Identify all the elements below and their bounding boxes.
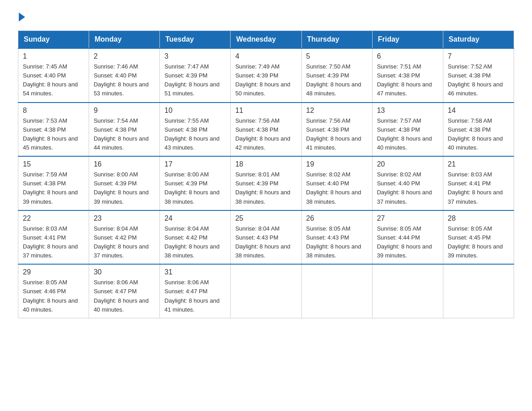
calendar-cell: 21 Sunrise: 8:03 AM Sunset: 4:41 PM Dayl… (443, 156, 514, 210)
day-info: Sunrise: 8:02 AM Sunset: 4:40 PM Dayligh… (377, 170, 438, 206)
calendar-cell: 31 Sunrise: 8:06 AM Sunset: 4:47 PM Dayl… (160, 264, 231, 318)
calendar-cell: 28 Sunrise: 8:05 AM Sunset: 4:45 PM Dayl… (443, 210, 514, 265)
calendar-cell: 1 Sunrise: 7:45 AM Sunset: 4:40 PM Dayli… (18, 48, 89, 103)
day-number: 28 (448, 214, 509, 223)
header-tuesday: Tuesday (160, 31, 231, 49)
calendar-cell: 6 Sunrise: 7:51 AM Sunset: 4:38 PM Dayli… (372, 48, 443, 103)
day-info: Sunrise: 7:54 AM Sunset: 4:38 PM Dayligh… (94, 116, 155, 153)
calendar-cell: 4 Sunrise: 7:49 AM Sunset: 4:39 PM Dayli… (231, 48, 301, 103)
calendar-cell: 20 Sunrise: 8:02 AM Sunset: 4:40 PM Dayl… (372, 156, 443, 210)
calendar-cell: 11 Sunrise: 7:56 AM Sunset: 4:38 PM Dayl… (231, 103, 301, 157)
day-number: 9 (94, 107, 155, 115)
day-info: Sunrise: 7:57 AM Sunset: 4:38 PM Dayligh… (377, 116, 438, 153)
calendar-cell (372, 264, 443, 318)
header-monday: Monday (89, 31, 160, 49)
day-info: Sunrise: 8:04 AM Sunset: 4:42 PM Dayligh… (164, 224, 226, 261)
day-info: Sunrise: 7:58 AM Sunset: 4:38 PM Dayligh… (448, 116, 509, 153)
day-info: Sunrise: 8:05 AM Sunset: 4:45 PM Dayligh… (448, 224, 509, 261)
day-number: 14 (448, 107, 509, 115)
week-row-3: 15 Sunrise: 7:59 AM Sunset: 4:38 PM Dayl… (18, 156, 514, 210)
header-sunday: Sunday (18, 31, 89, 49)
calendar-cell: 18 Sunrise: 8:01 AM Sunset: 4:39 PM Dayl… (231, 156, 301, 210)
day-info: Sunrise: 7:46 AM Sunset: 4:40 PM Dayligh… (94, 62, 155, 98)
day-number: 7 (448, 52, 509, 60)
day-info: Sunrise: 7:50 AM Sunset: 4:39 PM Dayligh… (306, 62, 368, 98)
day-number: 6 (377, 52, 438, 60)
day-number: 3 (164, 52, 226, 60)
day-number: 25 (235, 214, 296, 223)
calendar-cell (443, 264, 514, 318)
header-wednesday: Wednesday (231, 31, 301, 49)
day-number: 4 (235, 52, 296, 60)
logo (18, 13, 25, 21)
day-info: Sunrise: 8:00 AM Sunset: 4:39 PM Dayligh… (164, 170, 226, 206)
calendar-cell: 14 Sunrise: 7:58 AM Sunset: 4:38 PM Dayl… (443, 103, 514, 157)
day-number: 24 (164, 214, 226, 223)
header-friday: Friday (372, 31, 443, 49)
calendar-cell: 9 Sunrise: 7:54 AM Sunset: 4:38 PM Dayli… (89, 103, 160, 157)
day-info: Sunrise: 8:04 AM Sunset: 4:42 PM Dayligh… (94, 224, 155, 261)
calendar-cell (301, 264, 372, 318)
week-row-1: 1 Sunrise: 7:45 AM Sunset: 4:40 PM Dayli… (18, 48, 514, 103)
week-row-2: 8 Sunrise: 7:53 AM Sunset: 4:38 PM Dayli… (18, 103, 514, 157)
day-info: Sunrise: 8:03 AM Sunset: 4:41 PM Dayligh… (448, 170, 509, 206)
day-info: Sunrise: 7:56 AM Sunset: 4:38 PM Dayligh… (306, 116, 368, 153)
header-thursday: Thursday (301, 31, 372, 49)
day-info: Sunrise: 7:51 AM Sunset: 4:38 PM Dayligh… (377, 62, 438, 98)
day-number: 22 (23, 214, 84, 223)
calendar-cell: 5 Sunrise: 7:50 AM Sunset: 4:39 PM Dayli… (301, 48, 372, 103)
calendar-cell: 13 Sunrise: 7:57 AM Sunset: 4:38 PM Dayl… (372, 103, 443, 157)
day-info: Sunrise: 7:53 AM Sunset: 4:38 PM Dayligh… (23, 116, 84, 153)
calendar-cell (231, 264, 301, 318)
calendar-cell: 23 Sunrise: 8:04 AM Sunset: 4:42 PM Dayl… (89, 210, 160, 265)
calendar-cell: 7 Sunrise: 7:52 AM Sunset: 4:38 PM Dayli… (443, 48, 514, 103)
day-info: Sunrise: 8:06 AM Sunset: 4:47 PM Dayligh… (164, 278, 226, 314)
day-info: Sunrise: 8:05 AM Sunset: 4:43 PM Dayligh… (306, 224, 368, 261)
day-number: 29 (23, 268, 84, 276)
day-info: Sunrise: 8:05 AM Sunset: 4:46 PM Dayligh… (23, 278, 84, 314)
calendar-cell: 10 Sunrise: 7:55 AM Sunset: 4:38 PM Dayl… (160, 103, 231, 157)
day-number: 13 (377, 107, 438, 115)
calendar-table: SundayMondayTuesdayWednesdayThursdayFrid… (18, 30, 514, 318)
week-row-5: 29 Sunrise: 8:05 AM Sunset: 4:46 PM Dayl… (18, 264, 514, 318)
header-saturday: Saturday (443, 31, 514, 49)
day-info: Sunrise: 7:59 AM Sunset: 4:38 PM Dayligh… (23, 170, 84, 206)
day-info: Sunrise: 7:55 AM Sunset: 4:38 PM Dayligh… (164, 116, 226, 153)
calendar-cell: 29 Sunrise: 8:05 AM Sunset: 4:46 PM Dayl… (18, 264, 89, 318)
day-info: Sunrise: 7:49 AM Sunset: 4:39 PM Dayligh… (235, 62, 296, 98)
day-info: Sunrise: 8:01 AM Sunset: 4:39 PM Dayligh… (235, 170, 296, 206)
day-number: 17 (164, 160, 226, 168)
day-info: Sunrise: 8:04 AM Sunset: 4:43 PM Dayligh… (235, 224, 296, 261)
week-row-4: 22 Sunrise: 8:03 AM Sunset: 4:41 PM Dayl… (18, 210, 514, 265)
day-info: Sunrise: 8:02 AM Sunset: 4:40 PM Dayligh… (306, 170, 368, 206)
day-info: Sunrise: 7:45 AM Sunset: 4:40 PM Dayligh… (23, 62, 84, 98)
day-info: Sunrise: 7:47 AM Sunset: 4:39 PM Dayligh… (164, 62, 226, 98)
calendar-cell: 26 Sunrise: 8:05 AM Sunset: 4:43 PM Dayl… (301, 210, 372, 265)
day-info: Sunrise: 8:00 AM Sunset: 4:39 PM Dayligh… (94, 170, 155, 206)
day-info: Sunrise: 7:52 AM Sunset: 4:38 PM Dayligh… (448, 62, 509, 98)
calendar-cell: 8 Sunrise: 7:53 AM Sunset: 4:38 PM Dayli… (18, 103, 89, 157)
day-number: 11 (235, 107, 296, 115)
day-number: 8 (23, 107, 84, 115)
logo-arrow-icon (19, 13, 25, 21)
calendar-cell: 30 Sunrise: 8:06 AM Sunset: 4:47 PM Dayl… (89, 264, 160, 318)
calendar-cell: 22 Sunrise: 8:03 AM Sunset: 4:41 PM Dayl… (18, 210, 89, 265)
day-number: 2 (94, 52, 155, 60)
calendar-cell: 12 Sunrise: 7:56 AM Sunset: 4:38 PM Dayl… (301, 103, 372, 157)
day-info: Sunrise: 8:06 AM Sunset: 4:47 PM Dayligh… (94, 278, 155, 314)
calendar-cell: 15 Sunrise: 7:59 AM Sunset: 4:38 PM Dayl… (18, 156, 89, 210)
day-info: Sunrise: 8:03 AM Sunset: 4:41 PM Dayligh… (23, 224, 84, 261)
page-header (18, 13, 514, 21)
calendar-cell: 24 Sunrise: 8:04 AM Sunset: 4:42 PM Dayl… (160, 210, 231, 265)
day-number: 16 (94, 160, 155, 168)
calendar-cell: 25 Sunrise: 8:04 AM Sunset: 4:43 PM Dayl… (231, 210, 301, 265)
day-number: 31 (164, 268, 226, 276)
day-number: 1 (23, 52, 84, 60)
day-number: 23 (94, 214, 155, 223)
day-info: Sunrise: 7:56 AM Sunset: 4:38 PM Dayligh… (235, 116, 296, 153)
day-number: 21 (448, 160, 509, 168)
calendar-cell: 16 Sunrise: 8:00 AM Sunset: 4:39 PM Dayl… (89, 156, 160, 210)
day-number: 5 (306, 52, 368, 60)
day-number: 27 (377, 214, 438, 223)
day-number: 19 (306, 160, 368, 168)
